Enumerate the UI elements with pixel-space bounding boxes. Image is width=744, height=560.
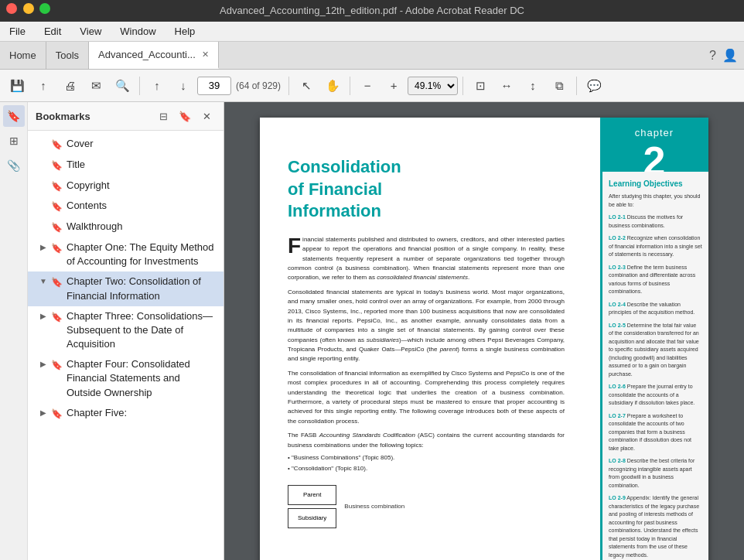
title-bar: Advanced_Accounting_12th_edition.pdf - A… — [0, 0, 744, 22]
lo-item: LO 2-3 Define the term business combinat… — [609, 264, 702, 296]
zoom-out-button[interactable]: − — [355, 73, 380, 98]
bookmark-walkthrough[interactable]: 🔖 Walkthrough — [28, 217, 224, 237]
toolbar-separator-5 — [576, 77, 577, 95]
diagram-label: Business combination — [344, 502, 404, 511]
menu-file[interactable]: File — [6, 24, 29, 39]
bookmark-label-chapter-two: Chapter Two: Consolidation of Financial … — [63, 275, 217, 302]
find-button[interactable]: 🔍 — [110, 73, 135, 98]
signin-icon[interactable]: 👤 — [722, 48, 738, 63]
window-title: Advanced_Accounting_12th_edition.pdf - A… — [220, 5, 524, 16]
prev-page-button[interactable]: ↑ — [145, 73, 169, 98]
lo-title: Learning Objectives — [609, 178, 702, 190]
bookmark-label-copyright: Copyright — [63, 179, 110, 193]
maximize-button[interactable] — [39, 3, 50, 14]
expand-collapse-button[interactable]: ⊟ — [154, 107, 172, 125]
tab-bar: Home Tools Advanced_Accounti... ✕ ? 👤 — [0, 42, 744, 70]
expander-chapter-two[interactable]: ▼ — [37, 276, 49, 287]
minimize-button[interactable] — [23, 3, 34, 14]
bookmark-icon-walkthrough: 🔖 — [49, 221, 63, 234]
page-total: (64 of 929) — [236, 80, 281, 91]
lo-item: LO 2-5 Determine the total fair value of… — [609, 322, 702, 379]
toolbar-separator-3 — [350, 77, 350, 95]
learning-objectives: Learning Objectives After studying this … — [600, 172, 708, 560]
expander-chapter-three[interactable]: ▶ — [37, 311, 49, 322]
lo-subtitle: After studying this chapter, you should … — [609, 193, 702, 209]
share-button[interactable]: ↑ — [31, 73, 56, 98]
bookmark-chapter-four[interactable]: ▶ 🔖 Chapter Four: Consolidated Financial… — [28, 354, 224, 403]
lo-item: LO 2-1 Discuss the motives for business … — [609, 213, 702, 230]
lo-item: LO 2-8 Describe the best criteria for re… — [609, 457, 702, 490]
bookmark-icon-cover: 🔖 — [49, 138, 63, 152]
bookmark-icon-chapter-three: 🔖 — [49, 311, 63, 324]
page-number-input[interactable] — [197, 77, 231, 95]
comment-button[interactable]: 💬 — [582, 73, 606, 98]
close-button[interactable] — [6, 3, 17, 14]
tab-tools[interactable]: Tools — [46, 42, 89, 69]
bookmark-label-chapter-five: Chapter Five: — [63, 406, 127, 420]
tab-close-icon[interactable]: ✕ — [202, 50, 209, 60]
expander-chapter-five[interactable]: ▶ — [37, 408, 49, 418]
close-sidebar-button[interactable]: ✕ — [197, 107, 216, 125]
bookmark-icon-contents: 🔖 — [49, 200, 63, 213]
bookmarks-panel: Bookmarks ⊟ 🔖 ✕ 🔖 Cover 🔖 — [28, 102, 224, 560]
help-icon[interactable]: ? — [709, 49, 716, 63]
bookmarks-header: Bookmarks ⊟ 🔖 ✕ — [28, 102, 224, 131]
tab-home[interactable]: Home — [0, 42, 46, 69]
body-paragraph-1: F inancial statements published and dist… — [288, 235, 565, 283]
thumbnails-icon[interactable]: ⊞ — [3, 130, 25, 152]
zoom-select[interactable]: 49.1% 25% 50% 75% 100% 150% — [408, 77, 458, 95]
lo-item: LO 2-4 Describe the valuation principles… — [609, 301, 702, 317]
bookmark-cover[interactable]: 🔖 Cover — [28, 134, 224, 155]
bookmark-contents[interactable]: 🔖 Contents — [28, 196, 224, 217]
bookmark-label-contents: Contents — [63, 199, 107, 213]
fit-page-button[interactable]: ⊡ — [468, 73, 493, 98]
lo-item: LO 2-7 Prepare a worksheet to consolidat… — [609, 412, 702, 453]
fit-width-button[interactable]: ↔ — [494, 73, 519, 98]
bookmark-chapter-three[interactable]: ▶ 🔖 Chapter Three: Consolidations—Subseq… — [28, 306, 224, 355]
bookmark-icon-chapter-one: 🔖 — [49, 242, 63, 255]
bookmarks-tree[interactable]: 🔖 Cover 🔖 Title 🔖 Copyright — [28, 131, 224, 560]
email-button[interactable]: ✉ — [84, 73, 108, 98]
bookmark-icon-chapter-four: 🔖 — [49, 359, 63, 372]
lo-item: LO 2-2 Recognize when consolidation of f… — [609, 234, 702, 259]
bookmark-chapter-one[interactable]: ▶ 🔖 Chapter One: The Equity Method of Ac… — [28, 237, 224, 271]
bookmark-chapter-two[interactable]: ▼ 🔖 Chapter Two: Consolidation of Financ… — [28, 271, 224, 306]
bookmark-copyright[interactable]: 🔖 Copyright — [28, 176, 224, 196]
fit-height-button[interactable]: ↕ — [520, 73, 545, 98]
menu-view[interactable]: View — [77, 24, 104, 39]
bookmark-icon-copyright: 🔖 — [49, 180, 63, 193]
menu-window[interactable]: Window — [117, 24, 159, 39]
next-page-button[interactable]: ↓ — [171, 73, 196, 98]
bookmark-chapter-five[interactable]: ▶ 🔖 Chapter Five: — [28, 403, 224, 424]
expander-chapter-four[interactable]: ▶ — [37, 359, 49, 370]
main-area: 🔖 ⊞ 📎 Bookmarks ⊟ 🔖 ✕ 🔖 Cover — [0, 102, 744, 560]
attachments-icon[interactable]: 📎 — [3, 155, 25, 176]
toolbar: 💾 ↑ 🖨 ✉ 🔍 ↑ ↓ (64 of 929) ↖ ✋ − + 49.1% … — [0, 70, 744, 102]
save-button[interactable]: 💾 — [5, 73, 29, 98]
bookmark-icon-chapter-five: 🔖 — [49, 408, 63, 421]
pdf-view[interactable]: chapter 2 Consolidation of Financial Inf… — [224, 102, 744, 560]
cursor-tool-button[interactable]: ↖ — [294, 73, 319, 98]
bookmark-title[interactable]: 🔖 Title — [28, 155, 224, 176]
body-bullet-2: • "Consolidation" (Topic 810). — [288, 464, 565, 473]
new-bookmark-button[interactable]: 🔖 — [176, 107, 194, 125]
two-page-button[interactable]: ⧉ — [547, 73, 572, 98]
menu-help[interactable]: Help — [172, 24, 199, 39]
menu-bar: File Edit View Window Help — [0, 22, 744, 42]
paragraph-1-text: inancial statements published and distri… — [288, 236, 565, 282]
tab-document[interactable]: Advanced_Accounti... ✕ — [89, 42, 219, 69]
bookmark-label-walkthrough: Walkthrough — [63, 220, 123, 234]
diagram: Parent Subsidiary Business combination — [288, 485, 565, 528]
lo-items: LO 2-1 Discuss the motives for business … — [609, 213, 702, 559]
menu-edit[interactable]: Edit — [41, 24, 64, 39]
zoom-in-button[interactable]: + — [381, 73, 406, 98]
sidebar-panel: Bookmarks ⊟ 🔖 ✕ 🔖 Cover 🔖 — [0, 102, 224, 560]
bookmark-label-cover: Cover — [63, 137, 94, 151]
bookmarks-icon[interactable]: 🔖 — [3, 105, 25, 127]
hand-tool-button[interactable]: ✋ — [320, 73, 345, 98]
bookmark-icon-chapter-two: 🔖 — [49, 276, 63, 289]
print-button[interactable]: 🖨 — [57, 73, 82, 98]
tab-help-area: ? 👤 — [703, 42, 744, 69]
expander-chapter-one[interactable]: ▶ — [37, 242, 49, 253]
toolbar-separator-4 — [462, 77, 463, 95]
